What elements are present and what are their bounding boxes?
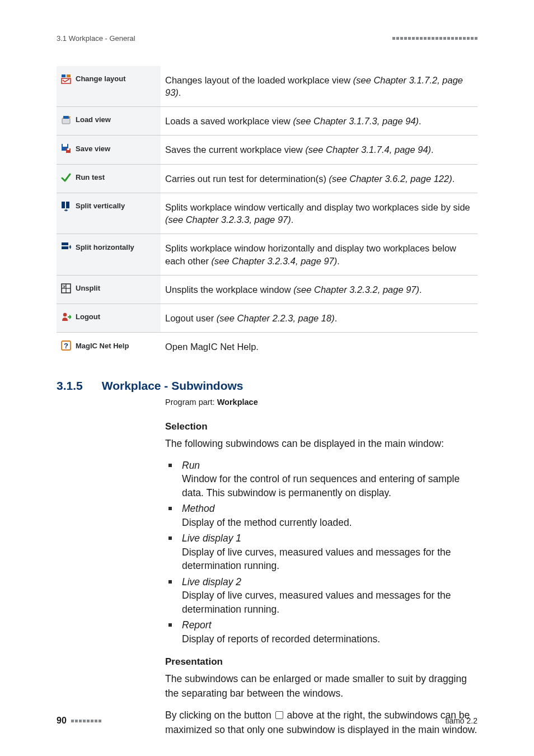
selection-item-desc: Display of live curves, measured values … <box>182 589 477 616</box>
toolbar-row-key: Split horizontally <box>57 234 161 276</box>
selection-item-name: Live display 2 <box>182 575 477 589</box>
selection-list-item: Live display 1Display of live curves, me… <box>175 531 477 573</box>
selection-item-desc: Display of the method currently loaded. <box>182 516 477 530</box>
svg-rect-9 <box>62 202 65 208</box>
toolbar-row-desc-ref: (see Chapter 3.6.2, page 122) <box>329 174 452 184</box>
program-part-value: Workplace <box>217 398 258 407</box>
svg-rect-0 <box>62 74 65 77</box>
selection-list-item: Live display 2Display of live curves, me… <box>175 575 477 617</box>
toolbar-row-desc: Saves the current workplace view (see Ch… <box>161 136 477 164</box>
toolbar-row-label: Run test <box>76 172 156 183</box>
toolbar-row: Split verticallySplits workplace window … <box>57 193 477 234</box>
toolbar-row-desc: Carries out run test for determination(s… <box>161 164 477 193</box>
toolbar-row-label: Split vertically <box>76 201 156 211</box>
toolbar-row-desc-pre: Splits workplace window vertically and d… <box>165 202 470 212</box>
svg-rect-6 <box>63 144 67 147</box>
toolbar-row-desc-ref: (see Chapter 2.2.3, page 18) <box>217 313 335 323</box>
selection-item-name: Run <box>182 459 477 473</box>
toolbar-row-desc-pre: Unsplits the workplace window <box>165 284 293 295</box>
toolbar-row-desc-pre: Carries out run test for determination(s… <box>165 174 329 184</box>
toolbar-row-desc: Open MagIC Net Help. <box>161 333 477 361</box>
toolbar-row-desc-ref: (see Chapter 3.2.3.4, page 97) <box>212 256 338 266</box>
toolbar-row: ?MagIC Net HelpOpen MagIC Net Help. <box>57 333 477 361</box>
toolbar-row-desc: Splits workplace window horizontally and… <box>161 234 477 276</box>
toolbar-row-desc-post: . <box>419 284 422 295</box>
selection-item-name: Report <box>182 618 477 632</box>
toolbar-row: UnsplitUnsplits the workplace window (se… <box>57 275 477 304</box>
toolbar-row-label: Unsplit <box>76 283 156 293</box>
toolbar-row-desc: Loads a saved workplace view (see Chapte… <box>161 107 477 136</box>
toolbar-row-label: MagIC Net Help <box>76 341 156 351</box>
unsplit-icon <box>61 283 71 293</box>
selection-item-desc: Window for the control of run sequences … <box>182 472 477 500</box>
toolbar-row-desc-post: . <box>337 256 340 266</box>
toolbar-row-key: Save view <box>57 136 161 164</box>
selection-item-name: Live display 1 <box>182 531 477 545</box>
page-number: 90 <box>57 715 67 727</box>
svg-rect-1 <box>67 74 71 77</box>
running-header-left: 3.1 Workplace - General <box>57 34 135 44</box>
program-part-label: Program part: <box>165 398 217 407</box>
svg-text:?: ? <box>64 342 68 350</box>
selection-list-item: ReportDisplay of reports of recorded det… <box>175 618 477 646</box>
toolbar-row-desc-post: . <box>452 174 455 184</box>
program-part-line: Program part: Workplace <box>165 397 477 408</box>
running-header: 3.1 Workplace - General <box>57 34 477 44</box>
subhead-selection: Selection <box>165 421 477 433</box>
toolbar-row-desc-pre: Saves the current workplace view <box>165 144 305 155</box>
selection-item-desc: Display of live curves, measured values … <box>182 545 477 573</box>
svg-rect-10 <box>66 202 69 208</box>
toolbar-row-desc-pre: Open MagIC Net Help. <box>165 342 259 352</box>
toolbar-row-key: ?MagIC Net Help <box>57 333 161 361</box>
toolbar-row: LogoutLogout user (see Chapter 2.2.3, pa… <box>57 304 477 333</box>
svg-point-16 <box>63 313 67 316</box>
toolbar-row-desc-post: . <box>419 116 421 126</box>
toolbar-row-desc-ref: (see Chapter 3.1.7.3, page 94) <box>293 116 419 126</box>
save-view-icon <box>61 143 71 153</box>
toolbar-row-desc-pre: Loads a saved workplace view <box>165 116 293 126</box>
section-title: Workplace - Subwindows <box>102 378 243 394</box>
toolbar-row-desc-ref: (see Chapter 3.2.3.3, page 97) <box>165 214 291 225</box>
toolbar-row-label: Change layout <box>76 74 156 84</box>
help-icon: ? <box>61 340 71 351</box>
section-heading: 3.1.5 Workplace - Subwindows <box>57 378 477 394</box>
toolbar-row-desc-pre: Changes layout of the loaded workplace v… <box>165 75 353 85</box>
toolbar-definitions-table: Change layoutChanges layout of the loade… <box>57 66 477 361</box>
toolbar-row-desc: Unsplits the workplace window (see Chapt… <box>161 275 477 304</box>
toolbar-row: Save viewSaves the current workplace vie… <box>57 136 477 164</box>
footer-tickbar <box>71 720 101 722</box>
toolbar-row-desc-ref: (see Chapter 3.1.7.4, page 94) <box>305 144 431 155</box>
toolbar-row-desc-post: . <box>291 214 294 225</box>
toolbar-row-key: Run test <box>57 164 161 193</box>
selection-list-item: RunWindow for the control of run sequenc… <box>175 459 477 500</box>
toolbar-row-desc-pre: Logout user <box>165 313 217 323</box>
load-view-icon <box>61 115 71 125</box>
toolbar-row-key: Logout <box>57 304 161 333</box>
footer-product: tiamo 2.2 <box>445 716 477 726</box>
toolbar-row-desc-post: . <box>431 144 434 155</box>
toolbar-row-desc-ref: (see Chapter 3.2.3.2, page 97) <box>293 284 419 295</box>
toolbar-row-key: Unsplit <box>57 275 161 304</box>
selection-list: RunWindow for the control of run sequenc… <box>165 459 477 646</box>
selection-list-item: MethodDisplay of the method currently lo… <box>175 502 477 529</box>
run-test-icon <box>61 172 71 183</box>
svg-rect-8 <box>67 148 69 150</box>
svg-rect-12 <box>62 246 68 249</box>
svg-rect-4 <box>63 116 69 119</box>
presentation-para-1: The subwindows can be enlarged or made s… <box>165 672 477 701</box>
toolbar-row: Split horizontallySplits workplace windo… <box>57 234 477 276</box>
toolbar-row-label: Load view <box>76 115 156 125</box>
header-tickbar <box>392 37 477 40</box>
toolbar-row: Run testCarries out run test for determi… <box>57 164 477 193</box>
toolbar-row-label: Split horizontally <box>76 242 156 253</box>
section-number: 3.1.5 <box>57 378 83 394</box>
toolbar-row: Load viewLoads a saved workplace view (s… <box>57 107 477 136</box>
toolbar-row-key: Load view <box>57 107 161 136</box>
page-footer: 90 tiamo 2.2 <box>57 715 477 727</box>
toolbar-row-desc-post: . <box>335 313 338 323</box>
selection-item-name: Method <box>182 502 477 516</box>
subhead-presentation: Presentation <box>165 656 477 669</box>
toolbar-row-desc: Splits workplace window vertically and d… <box>161 193 477 234</box>
svg-rect-3 <box>62 118 70 124</box>
selection-intro: The following subwindows can be displaye… <box>165 437 477 451</box>
